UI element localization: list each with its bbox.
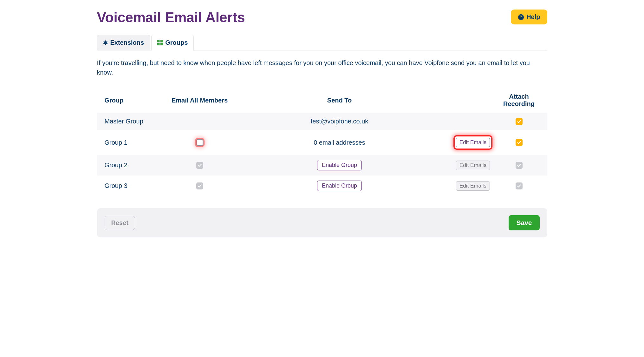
group-name: Group 2 xyxy=(105,162,168,169)
help-button[interactable]: ? Help xyxy=(511,10,547,24)
save-button[interactable]: Save xyxy=(509,215,539,230)
group-name: Group 3 xyxy=(105,182,168,189)
footer-bar: Reset Save xyxy=(97,208,547,237)
svg-rect-4 xyxy=(157,43,159,45)
intro-text: If you're travelling, but need to know w… xyxy=(97,58,547,77)
email-all-checkbox[interactable] xyxy=(196,182,203,189)
group-name: Master Group xyxy=(105,118,168,125)
tabs: ✱ Extensions Groups xyxy=(97,35,547,50)
email-all-checkbox[interactable] xyxy=(196,162,203,169)
svg-text:?: ? xyxy=(520,15,522,19)
th-group: Group xyxy=(105,97,168,104)
send-to-text: 0 email addresses xyxy=(314,139,365,146)
attach-recording-checkbox[interactable] xyxy=(516,139,523,146)
enable-group-button[interactable]: Enable Group xyxy=(317,160,362,170)
help-label: Help xyxy=(526,13,540,21)
page-title: Voicemail Email Alerts xyxy=(97,10,245,25)
table-row: Master Grouptest@voipfone.co.uk xyxy=(97,113,547,130)
grid-icon xyxy=(157,40,163,45)
th-email-all: Email All Members xyxy=(168,97,231,104)
attach-recording-checkbox[interactable] xyxy=(516,162,523,169)
attach-recording-checkbox[interactable] xyxy=(516,182,523,189)
svg-rect-5 xyxy=(160,43,163,45)
tab-extensions[interactable]: ✱ Extensions xyxy=(97,35,150,50)
svg-rect-3 xyxy=(160,40,163,42)
groups-table: Group Email All Members Send To Attach R… xyxy=(97,88,547,196)
asterisk-icon: ✱ xyxy=(103,39,108,46)
send-to-text: test@voipfone.co.uk xyxy=(311,118,368,125)
table-row: Group 3Enable GroupEdit Emails xyxy=(97,175,547,196)
attach-recording-checkbox[interactable] xyxy=(516,118,523,125)
help-icon: ? xyxy=(518,14,524,20)
table-header: Group Email All Members Send To Attach R… xyxy=(97,88,547,113)
svg-rect-2 xyxy=(157,40,159,42)
edit-emails-button: Edit Emails xyxy=(456,161,490,170)
tab-extensions-label: Extensions xyxy=(110,39,144,46)
enable-group-button[interactable]: Enable Group xyxy=(317,181,362,191)
tab-groups-label: Groups xyxy=(165,39,188,46)
email-all-checkbox[interactable] xyxy=(196,139,203,146)
table-row: Group 2Enable GroupEdit Emails xyxy=(97,155,547,175)
edit-emails-button[interactable]: Edit Emails xyxy=(456,138,490,147)
tab-groups[interactable]: Groups xyxy=(151,35,194,50)
th-attach: Attach Recording xyxy=(498,93,540,108)
table-row: Group 10 email addressesEdit Emails xyxy=(97,130,547,155)
th-send-to: Send To xyxy=(231,97,448,104)
group-name: Group 1 xyxy=(105,139,168,146)
edit-emails-button: Edit Emails xyxy=(456,181,490,191)
reset-button[interactable]: Reset xyxy=(105,216,135,230)
